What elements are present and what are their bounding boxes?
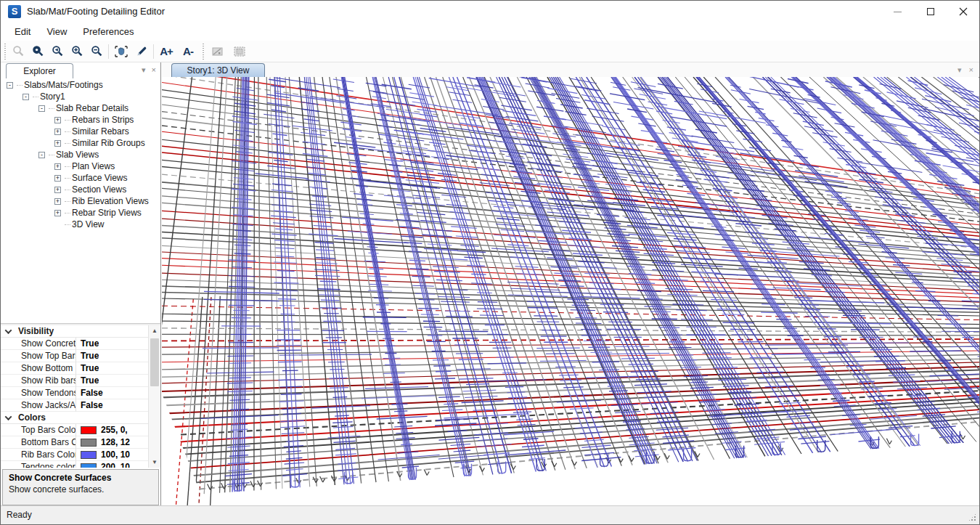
zoom-in-icon bbox=[71, 45, 83, 57]
toolbar-separator bbox=[108, 44, 109, 59]
collapse-chevron-icon bbox=[5, 327, 12, 334]
property-row[interactable]: Show TendonsFalse bbox=[1, 387, 148, 399]
tree-item-label: Similar Rebars bbox=[72, 126, 129, 137]
edit-pencil-button[interactable] bbox=[132, 42, 152, 61]
tree-item[interactable]: -Slab Rebar Details bbox=[1, 102, 160, 114]
tree-item[interactable]: +Similar Rib Groups bbox=[1, 137, 160, 149]
tab-list-button[interactable]: ▾ bbox=[957, 65, 962, 75]
font-increase-button[interactable]: A+ bbox=[155, 42, 177, 61]
color-swatch bbox=[81, 451, 97, 459]
scrollbar-thumb[interactable] bbox=[150, 338, 159, 386]
font-increase-icon: A+ bbox=[160, 45, 173, 57]
tree-item[interactable]: -Story1 bbox=[1, 91, 160, 102]
tree-item[interactable]: +Section Views bbox=[1, 184, 160, 195]
tree-item[interactable]: 3D View bbox=[1, 219, 160, 230]
panel-menu-button[interactable]: ▾ bbox=[142, 65, 146, 75]
description-panel: Show Concrete Surfaces Show concrete sur… bbox=[2, 469, 159, 505]
property-row[interactable]: Rib Bars Color100, 10 bbox=[1, 449, 148, 461]
property-row[interactable]: Show Jacks/AnchorsFalse bbox=[1, 399, 148, 412]
close-button[interactable] bbox=[947, 1, 979, 23]
menu-item-view[interactable]: View bbox=[38, 23, 75, 41]
menu-bar: Edit View Preferences bbox=[1, 23, 979, 41]
menu-item-edit[interactable]: Edit bbox=[7, 23, 38, 41]
property-row[interactable]: Bottom Bars Color128, 12 bbox=[1, 436, 148, 449]
category-row-colors[interactable]: Colors bbox=[1, 412, 148, 424]
tree-expand-toggle[interactable]: + bbox=[54, 140, 61, 147]
toolbar: A+ A- bbox=[1, 41, 979, 62]
tree-item-label: Rebars in Strips bbox=[72, 115, 134, 125]
minimize-button[interactable] bbox=[881, 1, 914, 23]
zoom-out-button[interactable] bbox=[87, 42, 107, 61]
menu-item-preferences[interactable]: Preferences bbox=[75, 23, 142, 41]
tree-item-label: Story1 bbox=[40, 91, 65, 102]
pan-button[interactable] bbox=[110, 42, 132, 61]
tree-item[interactable]: -Slab Views bbox=[1, 149, 160, 160]
property-row[interactable]: Show Bottom BarsTrue bbox=[1, 362, 148, 375]
zoom-extents-button[interactable] bbox=[28, 42, 48, 61]
tree-expand-toggle[interactable]: + bbox=[54, 187, 61, 193]
panel-close-button[interactable]: × bbox=[152, 65, 156, 75]
tree-expand-toggle[interactable]: - bbox=[23, 94, 29, 100]
tree-item[interactable]: +Surface Views bbox=[1, 172, 160, 184]
tree-item-label: Slab Views bbox=[56, 150, 99, 160]
font-decrease-button[interactable]: A- bbox=[177, 42, 199, 61]
zoom-extents-icon bbox=[32, 45, 44, 57]
color-swatch bbox=[81, 426, 97, 434]
tree-item[interactable]: +Rebar Strip Views bbox=[1, 207, 160, 219]
toolbar-grip[interactable] bbox=[3, 44, 7, 60]
marquee-grid-button bbox=[229, 42, 250, 61]
tree-item[interactable]: +Rib Elevation Views bbox=[1, 195, 160, 207]
scrollbar-down-icon[interactable]: ▼ bbox=[149, 457, 160, 468]
tree-expand-toggle[interactable]: - bbox=[38, 105, 45, 112]
properties-scrollbar[interactable]: ▲ ▼ bbox=[148, 325, 160, 468]
zoom-out-icon bbox=[91, 45, 103, 57]
color-swatch bbox=[81, 439, 97, 447]
property-row[interactable]: Show Concrete SurfacesTrue bbox=[1, 338, 148, 350]
tab-story1-3d-view[interactable]: Story1: 3D View bbox=[171, 63, 265, 77]
tab-close-button[interactable]: × bbox=[969, 65, 973, 75]
app-window: S Slab/Mat/Footing Detailing Editor Edit… bbox=[0, 0, 980, 525]
viewport-3d[interactable] bbox=[162, 77, 979, 505]
explorer-tree: -Slabs/Mats/Footings -Story1 -Slab Rebar… bbox=[1, 79, 160, 323]
tree-expand-toggle[interactable]: + bbox=[54, 117, 61, 123]
tree-item[interactable]: +Similar Rebars bbox=[1, 126, 160, 137]
properties-panel: Visibility Show Concrete SurfacesTrue Sh… bbox=[1, 325, 160, 468]
zoom-in-button[interactable] bbox=[68, 42, 87, 61]
maximize-icon bbox=[927, 8, 934, 15]
tree-expand-toggle[interactable]: - bbox=[7, 82, 13, 89]
tree-expand-toggle[interactable]: + bbox=[54, 129, 61, 135]
tree-item-label: Rebar Strip Views bbox=[72, 208, 142, 218]
property-row[interactable]: Show Rib bars.True bbox=[1, 375, 148, 387]
tree-item-label: Similar Rib Groups bbox=[72, 138, 145, 148]
zoom-previous-button[interactable] bbox=[48, 42, 68, 61]
rebar-3d-view[interactable] bbox=[162, 77, 980, 507]
scrollbar-up-icon[interactable]: ▲ bbox=[149, 325, 160, 336]
property-row[interactable]: Top Bars Color255, 0, bbox=[1, 424, 148, 436]
tree-expand-toggle[interactable]: + bbox=[54, 163, 61, 170]
tree-item[interactable]: +Rebars in Strips bbox=[1, 114, 160, 126]
tree-item[interactable]: -Slabs/Mats/Footings bbox=[1, 79, 160, 91]
maximize-button[interactable] bbox=[914, 1, 947, 23]
tree-expand-toggle[interactable]: + bbox=[54, 210, 61, 216]
window-title: Slab/Mat/Footing Detailing Editor bbox=[27, 1, 165, 23]
tree-item[interactable]: +Plan Views bbox=[1, 160, 160, 172]
tree-item-label: 3D View bbox=[72, 219, 104, 229]
property-row[interactable]: Show Top BarsTrue bbox=[1, 350, 148, 362]
tree-item-label: Rib Elevation Views bbox=[72, 196, 149, 206]
tree-item-label: Surface Views bbox=[72, 173, 127, 183]
tree-expand-toggle[interactable]: + bbox=[54, 175, 61, 182]
resize-grip[interactable] bbox=[968, 513, 977, 522]
pan-icon bbox=[114, 45, 128, 58]
zoom-window-icon bbox=[12, 45, 25, 57]
category-row-visibility[interactable]: Visibility bbox=[1, 325, 148, 338]
tree-item-label: Section Views bbox=[72, 184, 126, 195]
zoom-previous-icon bbox=[52, 45, 64, 57]
pencil-icon bbox=[136, 45, 148, 57]
toolbar-grip[interactable] bbox=[201, 44, 205, 60]
tree-expand-toggle[interactable]: + bbox=[54, 198, 61, 205]
description-title: Show Concrete Surfaces bbox=[9, 473, 152, 483]
app-icon[interactable]: S bbox=[8, 5, 21, 18]
explorer-tab[interactable]: Explorer bbox=[6, 63, 73, 78]
tree-expand-toggle[interactable]: - bbox=[38, 152, 45, 158]
property-row[interactable]: Tendons color200, 10 bbox=[1, 461, 148, 468]
